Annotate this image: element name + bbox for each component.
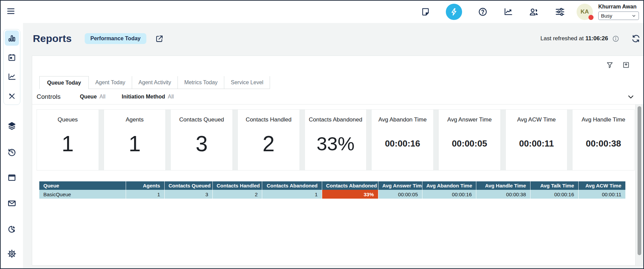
sidebar-item-realtime-metrics[interactable]	[5, 30, 19, 46]
refresh-icon[interactable]	[631, 34, 640, 43]
bar-chart-icon	[7, 34, 16, 43]
metric-card-contacts-abandoned: Contacts Abandoned 33%	[305, 109, 367, 171]
busy-status-dot	[588, 15, 594, 20]
page-header: Reports Performance Today Last refreshed…	[33, 29, 640, 48]
layers-icon	[7, 121, 17, 131]
col-avg-handle-time: Avg Handle Time	[476, 181, 530, 190]
hamburger-menu-icon[interactable]	[6, 6, 16, 16]
chevron-down-icon	[631, 14, 636, 18]
cell-abandoned-pct-alert: 33%	[322, 190, 378, 199]
controls-row: Controls Queue All Initiation Method All	[32, 89, 643, 105]
metric-card-avg-handle-time: Avg Handle Time 00:00:38	[572, 109, 635, 171]
top-bar: KA Khurram Awan Busy	[1, 1, 643, 23]
gear-icon	[7, 249, 17, 259]
metric-card-avg-abandon-time: Avg Abandon Time 00:00:16	[371, 109, 434, 171]
last-refreshed-label: Last refreshed at	[540, 35, 584, 42]
summary-cards: Queues 1 Agents 1 Contacts Queued 3 Cont…	[37, 109, 635, 171]
download-icon[interactable]	[622, 61, 630, 69]
report-badge: Performance Today	[85, 33, 146, 44]
col-avg-answer-time: Avg Answer Time	[378, 181, 422, 190]
filter-icon[interactable]	[606, 61, 614, 69]
col-queue: Queue	[39, 181, 126, 190]
pie-chart-icon	[7, 224, 17, 234]
info-icon[interactable]	[612, 35, 619, 42]
controls-collapse-chevron-icon[interactable]	[627, 93, 635, 100]
col-contacts-abandoned: Contacts Abandoned	[262, 181, 322, 190]
status-select[interactable]: Busy	[598, 12, 639, 20]
report-tabs: Queue Today Agent Today Agent Activity M…	[39, 76, 270, 89]
report-card: Queue Today Agent Today Agent Activity M…	[32, 55, 644, 266]
page-title: Reports	[33, 33, 72, 44]
col-avg-abandon-time: Avg Abandon Time	[422, 181, 476, 190]
window-icon	[7, 173, 17, 182]
col-contacts-abandoned-pct: Contacts Abandoned %	[322, 181, 378, 190]
tab-metrics-today[interactable]: Metrics Today	[178, 76, 224, 89]
controls-label: Controls	[37, 93, 61, 100]
col-agents: Agents	[126, 181, 164, 190]
settings-sliders-icon[interactable]	[555, 7, 565, 17]
design-brush-icon	[7, 92, 16, 100]
external-link-icon[interactable]	[155, 35, 164, 43]
metric-card-queues: Queues 1	[37, 109, 99, 171]
metrics-chart-icon[interactable]	[503, 7, 513, 17]
table-header-row: Queue Agents Contacts Queued Contacts Ha…	[39, 181, 625, 190]
tab-service-level[interactable]: Service Level	[224, 76, 270, 89]
sidebar-item-scheduled-reports[interactable]	[5, 50, 19, 65]
app-window: KA Khurram Awan Busy	[0, 0, 644, 269]
metric-card-avg-answer-time: Avg Answer Time 00:00:05	[438, 109, 501, 171]
calendar-icon	[7, 53, 16, 62]
sidebar-item-settings[interactable]	[1, 249, 23, 259]
last-refreshed-time: 11:06:26	[585, 35, 608, 42]
sidebar-item-dashboard-designer[interactable]	[5, 88, 19, 104]
metric-card-avg-acw-time: Avg ACW Time 00:00:11	[505, 109, 568, 171]
table-row[interactable]: BasicQueue 1 3 2 1 33% 00:00:05 00:00:16…	[39, 190, 625, 199]
cell-queue-name[interactable]: BasicQueue	[39, 190, 126, 199]
scrollbar-thumb[interactable]	[638, 106, 641, 255]
users-icon[interactable]	[529, 7, 539, 17]
note-icon[interactable]	[421, 7, 430, 17]
sidebar-item-history[interactable]	[1, 148, 23, 157]
last-refreshed: Last refreshed at 11:06:26	[540, 34, 640, 43]
card-actions	[606, 61, 630, 69]
content-area: Reports Performance Today Last refreshed…	[23, 23, 644, 269]
sidebar-item-historical-metrics[interactable]	[5, 69, 19, 84]
topbar-action-icons	[421, 1, 565, 23]
metric-card-contacts-handled: Contacts Handled 2	[237, 109, 300, 171]
user-name: Khurram Awan	[598, 4, 641, 10]
filter-queue[interactable]: Queue All	[80, 94, 106, 100]
metric-card-contacts-queued: Contacts Queued 3	[170, 109, 233, 171]
filter-initiation-method[interactable]: Initiation Method All	[122, 94, 174, 100]
quick-actions-lightning-icon[interactable]	[446, 4, 462, 20]
vertical-scrollbar[interactable]	[635, 105, 643, 265]
col-avg-acw-time: Avg ACW Time	[578, 181, 625, 190]
status-select-value: Busy	[601, 13, 612, 19]
sidebar-item-reports-pie[interactable]	[1, 224, 23, 234]
col-contacts-handled: Contacts Handled	[212, 181, 262, 190]
queue-metrics-table: Queue Agents Contacts Queued Contacts Ha…	[39, 181, 625, 199]
sidebar-item-layers[interactable]	[1, 121, 23, 131]
sidebar-item-workspace[interactable]	[1, 173, 23, 182]
tab-agent-activity[interactable]: Agent Activity	[132, 76, 178, 89]
tab-queue-today[interactable]: Queue Today	[39, 76, 89, 89]
col-avg-talk-time: Avg Talk Time	[530, 181, 578, 190]
history-icon	[7, 148, 17, 157]
line-chart-icon	[7, 72, 16, 81]
mail-icon	[7, 199, 17, 208]
help-icon[interactable]	[478, 7, 487, 17]
sidebar	[1, 23, 23, 269]
col-contacts-queued: Contacts Queued	[164, 181, 212, 190]
user-block: Khurram Awan Busy	[598, 4, 641, 20]
user-avatar[interactable]: KA	[577, 4, 593, 20]
sidebar-nav-group	[3, 29, 20, 105]
sidebar-item-mail[interactable]	[1, 199, 23, 208]
metric-card-agents: Agents 1	[104, 109, 166, 171]
tab-agent-today[interactable]: Agent Today	[89, 76, 132, 89]
